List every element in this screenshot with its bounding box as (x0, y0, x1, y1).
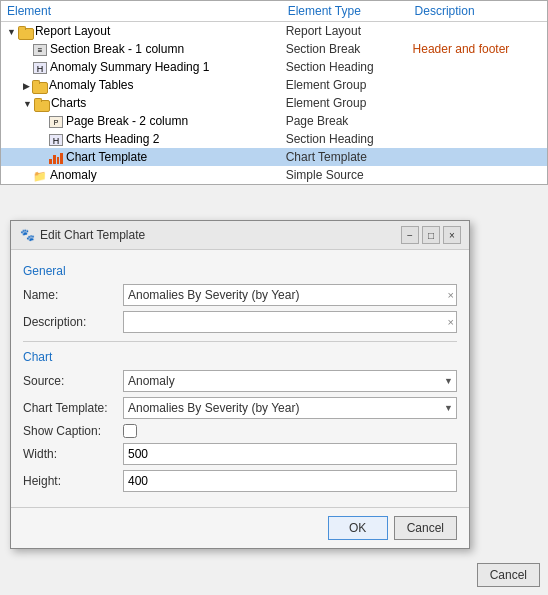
show-caption-checkbox[interactable] (123, 424, 137, 438)
element-type: Page Break (282, 112, 409, 130)
folder-small-icon: 📁 (33, 170, 47, 182)
element-type: Section Heading (282, 130, 409, 148)
edit-chart-template-dialog: 🐾 Edit Chart Template − □ × General Name… (10, 220, 470, 549)
height-row: Height: (23, 470, 457, 492)
source-select[interactable]: Anomaly (123, 370, 457, 392)
element-name: Section Break - 1 column (50, 42, 184, 56)
tree-panel: Element Element Type Description ▼Report… (0, 0, 548, 185)
element-type: Report Layout (282, 22, 409, 41)
dialog-title-controls: − □ × (401, 226, 461, 244)
dialog-footer: OK Cancel (11, 507, 469, 548)
element-type: Element Group (282, 76, 409, 94)
folder-icon (34, 98, 48, 110)
element-name: Charts Heading 2 (66, 132, 159, 146)
element-desc (409, 22, 547, 41)
name-input[interactable] (123, 284, 457, 306)
element-desc (409, 130, 547, 148)
show-caption-label: Show Caption: (23, 424, 123, 438)
table-row[interactable]: ▼Report LayoutReport Layout (1, 22, 547, 41)
chart-template-label: Chart Template: (23, 401, 123, 415)
page-break-icon: P (49, 116, 63, 128)
name-row: Name: × (23, 284, 457, 306)
dialog-titlebar: 🐾 Edit Chart Template − □ × (11, 221, 469, 250)
height-label: Height: (23, 474, 123, 488)
element-type: Chart Template (282, 148, 409, 166)
height-input[interactable] (123, 470, 457, 492)
dialog-title-left: 🐾 Edit Chart Template (19, 227, 145, 243)
element-name: Charts (51, 96, 86, 110)
element-type: Section Heading (282, 58, 409, 76)
table-row[interactable]: HCharts Heading 2Section Heading (1, 130, 547, 148)
col-element: Element (1, 1, 282, 22)
close-button[interactable]: × (443, 226, 461, 244)
heading-icon: H (33, 62, 47, 74)
table-row[interactable]: PPage Break - 2 columnPage Break (1, 112, 547, 130)
width-label: Width: (23, 447, 123, 461)
general-section-label: General (23, 264, 457, 278)
chart-template-select-wrap: Anomalies By Severity (by Year) ▼ (123, 397, 457, 419)
heading-icon: H (49, 134, 63, 146)
dialog-icon: 🐾 (19, 227, 35, 243)
tree-toggle[interactable]: ▼ (23, 99, 32, 109)
table-row[interactable]: ≡Section Break - 1 columnSection BreakHe… (1, 40, 547, 58)
main-pane: Element Element Type Description ▼Report… (0, 0, 548, 595)
section-divider-1 (23, 341, 457, 342)
element-name: Anomaly Summary Heading 1 (50, 60, 209, 74)
folder-icon (32, 80, 46, 92)
desc-label: Description: (23, 315, 123, 329)
outer-cancel-button[interactable]: Cancel (477, 563, 540, 587)
tree-toggle[interactable]: ▼ (7, 27, 16, 37)
name-input-wrap: × (123, 284, 457, 306)
section-break-icon: ≡ (33, 44, 47, 56)
element-desc (409, 166, 547, 184)
cancel-button[interactable]: Cancel (394, 516, 457, 540)
source-row: Source: Anomaly ▼ (23, 370, 457, 392)
col-type: Element Type (282, 1, 409, 22)
desc-input-wrap: × (123, 311, 457, 333)
chart-template-row: Chart Template: Anomalies By Severity (b… (23, 397, 457, 419)
desc-row: Description: × (23, 311, 457, 333)
name-clear-icon[interactable]: × (448, 289, 454, 301)
chart-section-label: Chart (23, 350, 457, 364)
table-row[interactable]: ▼ChartsElement Group (1, 94, 547, 112)
element-name: Page Break - 2 column (66, 114, 188, 128)
element-desc (409, 58, 547, 76)
element-name: Report Layout (35, 24, 110, 38)
dialog-title-text: Edit Chart Template (40, 228, 145, 242)
element-desc (409, 76, 547, 94)
desc-clear-icon[interactable]: × (448, 316, 454, 328)
width-input[interactable] (123, 443, 457, 465)
col-desc: Description (409, 1, 547, 22)
source-select-wrap: Anomaly ▼ (123, 370, 457, 392)
element-tree-table: Element Element Type Description ▼Report… (1, 1, 547, 184)
chart-icon (49, 152, 63, 164)
element-name: Anomaly (50, 168, 97, 182)
table-row[interactable]: Chart TemplateChart Template (1, 148, 547, 166)
name-label: Name: (23, 288, 123, 302)
element-desc (409, 148, 547, 166)
chart-template-select[interactable]: Anomalies By Severity (by Year) (123, 397, 457, 419)
restore-button[interactable]: □ (422, 226, 440, 244)
table-row[interactable]: ▶Anomaly TablesElement Group (1, 76, 547, 94)
element-desc (409, 112, 547, 130)
width-input-wrap (123, 443, 457, 465)
element-name: Chart Template (66, 150, 147, 164)
element-desc (409, 94, 547, 112)
ok-button[interactable]: OK (328, 516, 388, 540)
element-type: Element Group (282, 94, 409, 112)
element-type: Simple Source (282, 166, 409, 184)
dialog-body: General Name: × Description: × Chart Sou… (11, 250, 469, 507)
minimize-button[interactable]: − (401, 226, 419, 244)
show-caption-row: Show Caption: (23, 424, 457, 438)
table-row[interactable]: HAnomaly Summary Heading 1Section Headin… (1, 58, 547, 76)
element-type: Section Break (282, 40, 409, 58)
table-row[interactable]: 📁AnomalySimple Source (1, 166, 547, 184)
folder-icon (18, 26, 32, 38)
height-input-wrap (123, 470, 457, 492)
tree-toggle[interactable]: ▶ (23, 81, 30, 91)
source-label: Source: (23, 374, 123, 388)
element-name: Anomaly Tables (49, 78, 134, 92)
element-desc: Header and footer (409, 40, 547, 58)
width-row: Width: (23, 443, 457, 465)
desc-input[interactable] (123, 311, 457, 333)
